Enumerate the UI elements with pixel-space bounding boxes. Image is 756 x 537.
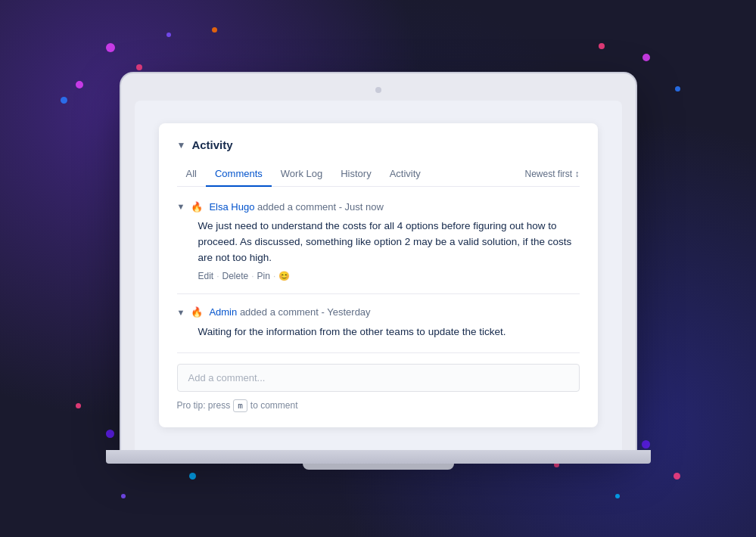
divider-2 (177, 352, 580, 353)
comment-2-chevron[interactable]: ▼ (177, 308, 185, 317)
comment-1-emoji[interactable]: 😊 (278, 271, 290, 281)
comment-entry-2: ▼ 🔥 Admin added a comment - Yesterday Wa… (177, 305, 580, 340)
comment-entry-1: ▼ 🔥 Elsa Hugo added a comment - Just now… (177, 199, 580, 281)
comment-1-chevron[interactable]: ▼ (177, 202, 185, 211)
tab-comments[interactable]: Comments (206, 162, 272, 187)
comment-2-body: Waiting for the information from the oth… (198, 324, 580, 340)
comment-1-action: added a comment - Just now (257, 201, 384, 213)
section-header: ▼ Activity (177, 138, 580, 151)
sort-control[interactable]: Newest first ↕ (524, 163, 579, 185)
tab-all[interactable]: All (177, 162, 206, 187)
pro-tip: Pro tip: press m to comment (177, 399, 580, 412)
laptop-screen-inner: ▼ Activity All Comments Work Log History… (135, 101, 622, 450)
comment-1-header: ▼ 🔥 Elsa Hugo added a comment - Just now (177, 199, 580, 214)
comment-2-action: added a comment - Yesterday (240, 306, 371, 318)
sep-2: · (251, 271, 254, 281)
comment-2-header: ▼ 🔥 Admin added a comment - Yesterday (177, 305, 580, 320)
pro-tip-key: m (233, 399, 247, 412)
comment-1-author: Elsa Hugo (209, 201, 254, 213)
tab-worklog[interactable]: Work Log (272, 162, 331, 187)
comment-2-author: Admin (209, 306, 237, 318)
activity-card: ▼ Activity All Comments Work Log History… (159, 123, 598, 427)
comment-1-meta: Elsa Hugo added a comment - Just now (209, 201, 384, 213)
comment-1-body: We just need to understand the costs for… (198, 219, 580, 266)
pro-tip-label: Pro tip: press (177, 400, 231, 411)
sep-3: · (273, 271, 275, 281)
section-chevron-icon[interactable]: ▼ (177, 140, 186, 151)
tab-history[interactable]: History (331, 162, 380, 187)
laptop-wrapper: ▼ Activity All Comments Work Log History… (106, 73, 651, 464)
comment-1-avatar: 🔥 (189, 199, 204, 214)
tab-activity[interactable]: Activity (381, 162, 430, 187)
comment-2-meta: Admin added a comment - Yesterday (209, 306, 370, 318)
sep-1: · (216, 271, 219, 281)
comment-1-edit[interactable]: Edit (198, 271, 214, 281)
laptop-base (106, 450, 651, 464)
comment-1-actions: Edit · Delete · Pin · 😊 (198, 271, 580, 281)
section-title: Activity (191, 138, 232, 151)
comment-1-delete[interactable]: Delete (222, 271, 249, 281)
comment-2-avatar: 🔥 (189, 305, 204, 320)
tabs-bar: All Comments Work Log History Activity N… (177, 162, 580, 187)
pro-tip-suffix: to comment (250, 400, 298, 411)
laptop-screen: ▼ Activity All Comments Work Log History… (121, 73, 636, 450)
add-comment-input[interactable]: Add a comment... (177, 364, 580, 392)
comment-1-pin[interactable]: Pin (257, 271, 270, 281)
laptop-camera (375, 87, 381, 93)
divider-1 (177, 293, 580, 294)
